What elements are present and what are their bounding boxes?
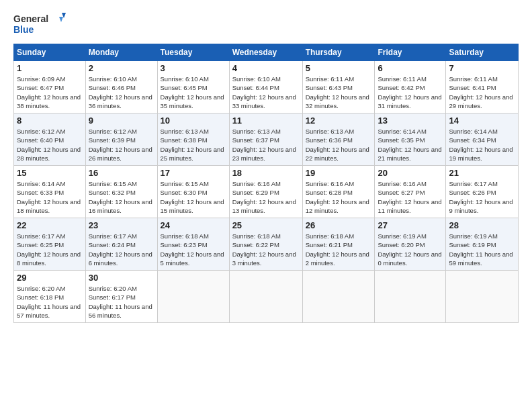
logo-svg: General Blue bbox=[13, 10, 67, 37]
calendar-table: SundayMondayTuesdayWednesdayThursdayFrid… bbox=[13, 44, 519, 323]
day-number: 9 bbox=[89, 116, 154, 126]
day-number: 15 bbox=[17, 168, 83, 178]
calendar-cell: 12 Sunrise: 6:13 AM Sunset: 6:36 PM Dayl… bbox=[302, 113, 375, 166]
day-number: 27 bbox=[378, 220, 443, 230]
calendar-week-row: 22 Sunrise: 6:17 AM Sunset: 6:25 PM Dayl… bbox=[14, 218, 519, 271]
day-number: 4 bbox=[232, 63, 300, 73]
day-info: Sunrise: 6:09 AM Sunset: 6:47 PM Dayligh… bbox=[17, 75, 83, 110]
day-number: 29 bbox=[17, 273, 83, 283]
calendar-cell: 9 Sunrise: 6:12 AM Sunset: 6:39 PM Dayli… bbox=[85, 113, 157, 166]
calendar-cell: 4 Sunrise: 6:10 AM Sunset: 6:44 PM Dayli… bbox=[229, 61, 302, 113]
calendar-cell bbox=[302, 271, 375, 323]
calendar-cell bbox=[446, 271, 519, 323]
calendar-header-sunday: Sunday bbox=[14, 44, 86, 61]
day-info: Sunrise: 6:15 AM Sunset: 6:32 PM Dayligh… bbox=[89, 179, 154, 215]
calendar-cell: 8 Sunrise: 6:12 AM Sunset: 6:40 PM Dayli… bbox=[14, 113, 86, 166]
calendar-cell: 11 Sunrise: 6:13 AM Sunset: 6:37 PM Dayl… bbox=[229, 113, 302, 166]
day-info: Sunrise: 6:14 AM Sunset: 6:33 PM Dayligh… bbox=[17, 179, 83, 215]
calendar-cell bbox=[229, 271, 302, 323]
day-info: Sunrise: 6:17 AM Sunset: 6:24 PM Dayligh… bbox=[89, 232, 154, 267]
calendar-header-tuesday: Tuesday bbox=[157, 44, 229, 61]
calendar-cell: 30 Sunrise: 6:20 AM Sunset: 6:17 PM Dayl… bbox=[85, 271, 157, 323]
calendar-cell: 24 Sunrise: 6:18 AM Sunset: 6:23 PM Dayl… bbox=[157, 218, 229, 271]
day-number: 12 bbox=[306, 116, 372, 126]
day-info: Sunrise: 6:15 AM Sunset: 6:30 PM Dayligh… bbox=[161, 179, 226, 215]
day-number: 30 bbox=[89, 273, 154, 283]
calendar-cell: 26 Sunrise: 6:18 AM Sunset: 6:21 PM Dayl… bbox=[302, 218, 375, 271]
svg-text:Blue: Blue bbox=[13, 24, 34, 35]
day-info: Sunrise: 6:20 AM Sunset: 6:18 PM Dayligh… bbox=[17, 284, 83, 320]
svg-text:General: General bbox=[13, 13, 48, 24]
calendar-cell: 19 Sunrise: 6:16 AM Sunset: 6:28 PM Dayl… bbox=[302, 166, 375, 218]
header: General Blue bbox=[13, 10, 519, 37]
calendar-week-row: 29 Sunrise: 6:20 AM Sunset: 6:18 PM Dayl… bbox=[14, 271, 519, 323]
day-number: 13 bbox=[378, 116, 443, 126]
day-number: 28 bbox=[449, 220, 515, 230]
day-number: 1 bbox=[17, 63, 83, 73]
day-info: Sunrise: 6:17 AM Sunset: 6:25 PM Dayligh… bbox=[17, 232, 83, 267]
calendar-cell: 6 Sunrise: 6:11 AM Sunset: 6:42 PM Dayli… bbox=[375, 61, 446, 113]
day-number: 23 bbox=[89, 220, 154, 230]
calendar-header-saturday: Saturday bbox=[446, 44, 519, 61]
day-number: 14 bbox=[449, 116, 515, 126]
day-info: Sunrise: 6:11 AM Sunset: 6:42 PM Dayligh… bbox=[378, 75, 443, 110]
day-info: Sunrise: 6:13 AM Sunset: 6:36 PM Dayligh… bbox=[306, 127, 372, 163]
day-info: Sunrise: 6:18 AM Sunset: 6:21 PM Dayligh… bbox=[306, 232, 372, 267]
day-number: 11 bbox=[232, 116, 300, 126]
calendar-header-row: SundayMondayTuesdayWednesdayThursdayFrid… bbox=[14, 44, 519, 61]
day-info: Sunrise: 6:10 AM Sunset: 6:45 PM Dayligh… bbox=[161, 75, 226, 110]
day-info: Sunrise: 6:19 AM Sunset: 6:19 PM Dayligh… bbox=[449, 232, 515, 267]
calendar-cell bbox=[375, 271, 446, 323]
calendar-header-monday: Monday bbox=[85, 44, 157, 61]
day-info: Sunrise: 6:10 AM Sunset: 6:46 PM Dayligh… bbox=[89, 75, 154, 110]
day-info: Sunrise: 6:18 AM Sunset: 6:23 PM Dayligh… bbox=[161, 232, 226, 267]
calendar-cell: 17 Sunrise: 6:15 AM Sunset: 6:30 PM Dayl… bbox=[157, 166, 229, 218]
day-number: 20 bbox=[378, 168, 443, 178]
day-number: 8 bbox=[17, 116, 83, 126]
calendar-cell: 10 Sunrise: 6:13 AM Sunset: 6:38 PM Dayl… bbox=[157, 113, 229, 166]
day-info: Sunrise: 6:11 AM Sunset: 6:43 PM Dayligh… bbox=[306, 75, 372, 110]
calendar-cell: 1 Sunrise: 6:09 AM Sunset: 6:47 PM Dayli… bbox=[14, 61, 86, 113]
calendar-cell: 27 Sunrise: 6:19 AM Sunset: 6:20 PM Dayl… bbox=[375, 218, 446, 271]
day-info: Sunrise: 6:11 AM Sunset: 6:41 PM Dayligh… bbox=[449, 75, 515, 110]
calendar-header-wednesday: Wednesday bbox=[229, 44, 302, 61]
day-number: 26 bbox=[306, 220, 372, 230]
day-info: Sunrise: 6:14 AM Sunset: 6:35 PM Dayligh… bbox=[378, 127, 443, 163]
day-info: Sunrise: 6:16 AM Sunset: 6:28 PM Dayligh… bbox=[306, 179, 372, 215]
day-info: Sunrise: 6:18 AM Sunset: 6:22 PM Dayligh… bbox=[232, 232, 300, 267]
calendar-header-thursday: Thursday bbox=[302, 44, 375, 61]
day-number: 7 bbox=[449, 63, 515, 73]
page: General Blue SundayMondayTuesdayWednesda… bbox=[0, 0, 532, 411]
calendar-cell: 13 Sunrise: 6:14 AM Sunset: 6:35 PM Dayl… bbox=[375, 113, 446, 166]
day-info: Sunrise: 6:16 AM Sunset: 6:29 PM Dayligh… bbox=[232, 179, 300, 215]
day-info: Sunrise: 6:17 AM Sunset: 6:26 PM Dayligh… bbox=[449, 179, 515, 215]
calendar-week-row: 1 Sunrise: 6:09 AM Sunset: 6:47 PM Dayli… bbox=[14, 61, 519, 113]
calendar-cell: 7 Sunrise: 6:11 AM Sunset: 6:41 PM Dayli… bbox=[446, 61, 519, 113]
day-number: 24 bbox=[161, 220, 226, 230]
day-number: 5 bbox=[306, 63, 372, 73]
day-info: Sunrise: 6:16 AM Sunset: 6:27 PM Dayligh… bbox=[378, 179, 443, 215]
calendar-cell: 16 Sunrise: 6:15 AM Sunset: 6:32 PM Dayl… bbox=[85, 166, 157, 218]
calendar-header-friday: Friday bbox=[375, 44, 446, 61]
calendar-cell: 2 Sunrise: 6:10 AM Sunset: 6:46 PM Dayli… bbox=[85, 61, 157, 113]
calendar-cell: 3 Sunrise: 6:10 AM Sunset: 6:45 PM Dayli… bbox=[157, 61, 229, 113]
calendar-cell: 29 Sunrise: 6:20 AM Sunset: 6:18 PM Dayl… bbox=[14, 271, 86, 323]
calendar-week-row: 8 Sunrise: 6:12 AM Sunset: 6:40 PM Dayli… bbox=[14, 113, 519, 166]
svg-marker-3 bbox=[59, 17, 63, 22]
day-number: 6 bbox=[378, 63, 443, 73]
logo: General Blue bbox=[13, 10, 67, 37]
day-info: Sunrise: 6:19 AM Sunset: 6:20 PM Dayligh… bbox=[378, 232, 443, 267]
calendar-cell: 18 Sunrise: 6:16 AM Sunset: 6:29 PM Dayl… bbox=[229, 166, 302, 218]
day-info: Sunrise: 6:13 AM Sunset: 6:38 PM Dayligh… bbox=[161, 127, 226, 163]
day-number: 3 bbox=[161, 63, 226, 73]
day-info: Sunrise: 6:12 AM Sunset: 6:40 PM Dayligh… bbox=[17, 127, 83, 163]
day-info: Sunrise: 6:20 AM Sunset: 6:17 PM Dayligh… bbox=[89, 284, 154, 320]
day-number: 10 bbox=[161, 116, 226, 126]
day-number: 21 bbox=[449, 168, 515, 178]
calendar-cell: 21 Sunrise: 6:17 AM Sunset: 6:26 PM Dayl… bbox=[446, 166, 519, 218]
calendar-cell: 20 Sunrise: 6:16 AM Sunset: 6:27 PM Dayl… bbox=[375, 166, 446, 218]
day-number: 17 bbox=[161, 168, 226, 178]
calendar-cell: 15 Sunrise: 6:14 AM Sunset: 6:33 PM Dayl… bbox=[14, 166, 86, 218]
calendar-week-row: 15 Sunrise: 6:14 AM Sunset: 6:33 PM Dayl… bbox=[14, 166, 519, 218]
day-number: 16 bbox=[89, 168, 154, 178]
